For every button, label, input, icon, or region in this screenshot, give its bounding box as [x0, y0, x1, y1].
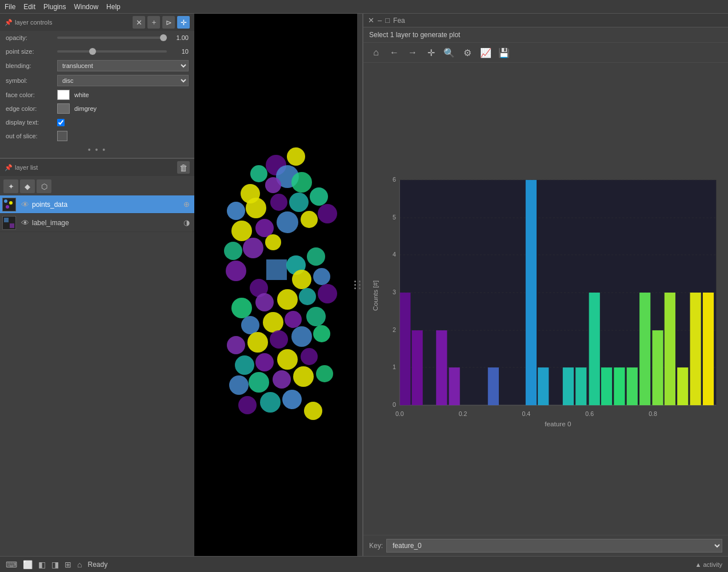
activity-text[interactable]: ▲ activity — [695, 561, 722, 568]
svg-point-50 — [229, 375, 249, 395]
layer-row-points[interactable]: 👁 points_data ⊕ — [0, 195, 194, 214]
plot-zoom-button[interactable]: 🔍 — [441, 45, 457, 60]
menu-help[interactable]: Help — [106, 3, 121, 11]
add-shapes-button[interactable]: ◆ — [20, 179, 35, 193]
layer-list-header: 📌 layer list 🗑 — [0, 159, 194, 176]
svg-text:0.0: 0.0 — [395, 410, 404, 417]
svg-text:0.6: 0.6 — [585, 410, 594, 417]
out-of-slice-checkbox[interactable] — [57, 131, 67, 141]
out-of-slice-row: out of slice: — [0, 129, 194, 143]
svg-point-16 — [310, 187, 328, 206]
svg-point-54 — [316, 365, 333, 382]
svg-rect-94 — [665, 293, 675, 405]
home-icon[interactable]: ⌂ — [77, 560, 82, 569]
layer-vis-labels[interactable]: 👁 — [18, 216, 32, 230]
svg-point-55 — [238, 396, 257, 414]
key-label: Key: — [369, 542, 383, 550]
delete-layer-button[interactable]: 🗑 — [177, 161, 190, 174]
minimize-plot-button[interactable]: – — [378, 16, 382, 25]
gui-icon[interactable]: ⬜ — [23, 560, 33, 569]
plot-home-button[interactable]: ⌂ — [368, 45, 384, 60]
symbol-select[interactable]: disc square triangle star — [57, 75, 189, 86]
face-color-swatch[interactable] — [57, 90, 70, 100]
panel-resize-handle[interactable] — [357, 14, 362, 556]
drag-button[interactable]: ✛ — [177, 16, 190, 29]
svg-point-45 — [313, 325, 330, 342]
svg-point-58 — [304, 402, 322, 420]
svg-text:0.4: 0.4 — [522, 410, 531, 417]
symbol-label: symbol: — [6, 77, 57, 84]
layer-name-labels: label_image — [32, 219, 181, 227]
plugin1-icon[interactable]: ◧ — [38, 560, 46, 569]
face-color-row: face color: white — [0, 88, 194, 102]
layer-options-labels[interactable]: ◑ — [181, 217, 192, 229]
svg-point-27 — [307, 247, 325, 266]
svg-point-37 — [241, 316, 259, 334]
console-icon[interactable]: ⌨ — [6, 560, 17, 569]
svg-point-23 — [243, 238, 263, 258]
blending-row: blending: translucent additive opaque — [0, 58, 194, 73]
add-layer-button[interactable]: ＋ — [147, 16, 160, 29]
plot-back-button[interactable]: ← — [386, 45, 402, 60]
key-select[interactable]: feature_0 feature_1 feature_2 — [386, 539, 722, 553]
menu-edit[interactable]: Edit — [23, 3, 35, 11]
display-text-row: display text: — [0, 115, 194, 129]
statusbar-left: ⌨ ⬜ ◧ ◨ ⊞ ⌂ Ready — [6, 560, 107, 569]
layer-vis-points[interactable]: 👁 — [18, 198, 32, 211]
blending-label: blending: — [6, 62, 57, 69]
svg-point-28 — [226, 261, 246, 281]
canvas-resize-handle[interactable] — [353, 274, 357, 297]
maximize-plot-button[interactable]: □ — [385, 16, 390, 25]
point-size-slider[interactable] — [57, 50, 167, 53]
symbol-row: symbol: disc square triangle star — [0, 73, 194, 88]
plot-line-button[interactable]: 📈 — [478, 45, 494, 60]
close-plot-button[interactable]: ✕ — [368, 16, 374, 25]
svg-text:1: 1 — [393, 363, 396, 370]
layer-controls-header: 📌 layer controls ✕ ＋ ⊳ ✛ — [0, 14, 194, 31]
plot-pan-button[interactable]: ✛ — [423, 45, 439, 60]
svg-point-0 — [4, 199, 7, 203]
out-of-slice-label: out of slice: — [6, 133, 57, 139]
add-labels-button[interactable]: ⬡ — [37, 179, 51, 193]
svg-text:0.2: 0.2 — [459, 410, 467, 417]
canvas-area[interactable] — [194, 14, 357, 556]
opacity-slider[interactable] — [57, 37, 167, 39]
svg-point-53 — [293, 366, 314, 387]
svg-text:0: 0 — [393, 401, 396, 408]
menu-window[interactable]: Window — [74, 3, 98, 11]
add-points-button[interactable]: ✦ — [3, 179, 18, 193]
grid-icon[interactable]: ⊞ — [65, 560, 71, 569]
display-text-checkbox[interactable] — [57, 119, 65, 126]
plot-window-title: Fea — [393, 17, 405, 25]
move-button[interactable]: ⊳ — [162, 16, 175, 29]
plot-forward-button[interactable]: → — [405, 45, 421, 60]
svg-point-1 — [9, 201, 13, 205]
layer-options-points[interactable]: ⊕ — [181, 199, 192, 210]
svg-text:3: 3 — [393, 289, 396, 295]
blending-select[interactable]: translucent additive opaque — [57, 60, 189, 71]
expand-dots[interactable]: • • • — [0, 143, 194, 155]
svg-point-56 — [260, 392, 281, 413]
svg-point-19 — [277, 211, 298, 233]
svg-text:5: 5 — [393, 214, 396, 221]
status-text: Ready — [87, 561, 107, 569]
opacity-value: 1.00 — [171, 34, 189, 41]
svg-point-41 — [227, 336, 245, 354]
plugin2-icon[interactable]: ◨ — [51, 560, 59, 569]
layer-row-labels[interactable]: 👁 label_image ◑ — [0, 214, 194, 232]
svg-rect-84 — [526, 180, 537, 405]
svg-point-24 — [265, 234, 281, 250]
plot-configure-button[interactable]: ⚙ — [459, 45, 475, 60]
point-size-label: point size: — [6, 48, 57, 55]
edge-color-row: edge color: dimgrey — [0, 102, 194, 115]
close-controls-button[interactable]: ✕ — [133, 16, 145, 29]
y-axis-label: Counts [#] — [371, 281, 379, 311]
svg-point-57 — [282, 390, 302, 409]
menu-plugins[interactable]: Plugins — [43, 3, 66, 11]
histogram-container: Counts [#] 0 1 2 3 4 — [363, 63, 728, 535]
menu-file[interactable]: File — [5, 3, 15, 11]
svg-point-12 — [227, 202, 245, 220]
layer-list-title: layer list — [15, 164, 38, 171]
edge-color-swatch[interactable] — [57, 103, 70, 114]
plot-save-button[interactable]: 💾 — [496, 45, 512, 60]
